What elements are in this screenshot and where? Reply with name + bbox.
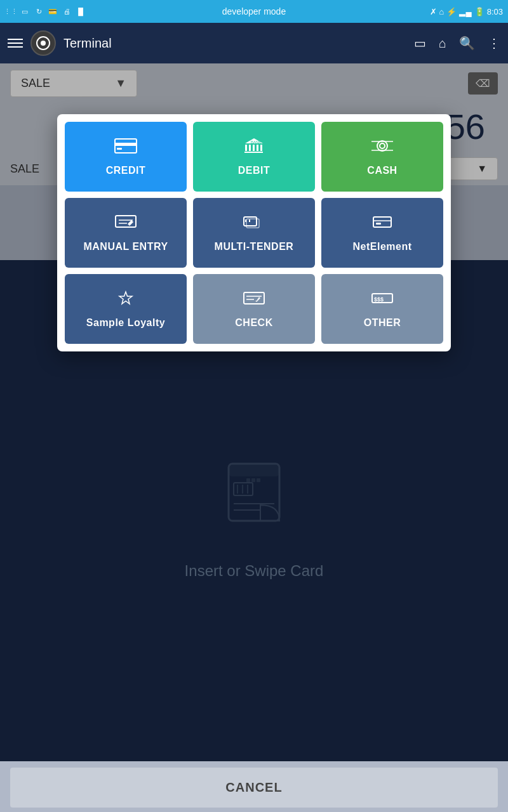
other-payment-button[interactable]: $$$ OTHER xyxy=(321,274,443,344)
check-payment-button[interactable]: CHECK xyxy=(193,274,315,344)
svg-rect-2 xyxy=(117,148,122,150)
netelement-label: NetElement xyxy=(352,241,411,252)
multi-tender-label: MULTI-TENDER xyxy=(215,241,294,252)
signal-icon: ✗ xyxy=(430,7,437,16)
bottom-content: CANCEL 🔒 DENNIS Powered by POYNT xyxy=(0,761,508,812)
status-bar-left: ⋮⋮ ▭ ↻ 💳 🖨 ▐▌ xyxy=(5,7,86,16)
refresh-icon: ↻ xyxy=(33,7,44,16)
wifi-icon: ⌂ xyxy=(439,7,444,16)
svg-rect-4 xyxy=(249,145,251,151)
svg-marker-25 xyxy=(119,292,132,304)
window-icon: ▭ xyxy=(19,7,30,16)
cash-payment-button[interactable]: CASH xyxy=(321,122,443,192)
credit-payment-button[interactable]: CREDIT xyxy=(65,122,187,192)
battery-icon: 🔋 xyxy=(474,7,485,16)
svg-rect-6 xyxy=(257,145,258,151)
developer-mode-label: developer mode xyxy=(222,6,286,16)
svg-rect-1 xyxy=(115,143,137,146)
modal-overlay: CREDIT BANK xyxy=(0,63,508,761)
svg-rect-3 xyxy=(245,145,247,151)
main-content: SALE ▼ ⌫ 56 SALE CREDIT ▼ xyxy=(0,63,508,761)
svg-text:BANK: BANK xyxy=(251,140,261,144)
search-icon[interactable]: 🔍 xyxy=(459,36,475,51)
credit-card-icon xyxy=(114,137,137,159)
manual-entry-icon xyxy=(114,213,137,235)
more-options-icon[interactable]: ⋮ xyxy=(488,36,500,51)
netelement-payment-button[interactable]: NetElement xyxy=(321,198,443,268)
check-label: CHECK xyxy=(235,317,272,329)
time-display: 8:03 xyxy=(487,7,503,16)
multi-tender-payment-button[interactable]: MULTI-TENDER xyxy=(193,198,315,268)
multi-tender-icon xyxy=(243,213,265,235)
home-icon[interactable]: ⌂ xyxy=(439,36,446,51)
credit-label: CREDIT xyxy=(106,165,146,176)
hamburger-menu-button[interactable] xyxy=(8,39,23,48)
window-toggle-icon[interactable]: ▭ xyxy=(414,36,426,51)
svg-rect-15 xyxy=(116,216,136,227)
debit-label: DEBIT xyxy=(238,165,271,176)
payment-selection-modal: CREDIT BANK xyxy=(57,114,451,351)
manual-entry-label: MANUAL ENTRY xyxy=(83,241,168,252)
svg-rect-20 xyxy=(245,219,246,222)
svg-point-12 xyxy=(380,143,385,148)
manual-entry-payment-button[interactable]: MANUAL ENTRY xyxy=(65,198,187,268)
svg-point-11 xyxy=(377,141,387,151)
payment-options-grid: CREDIT BANK xyxy=(65,122,443,344)
card-icon: 💳 xyxy=(47,7,58,16)
svg-rect-26 xyxy=(244,292,264,304)
svg-rect-21 xyxy=(249,219,250,222)
loyalty-label: Sample Loyalty xyxy=(86,317,165,329)
status-bar-right: ✗ ⌂ ⚡ ▂▄ 🔋 8:03 xyxy=(430,7,503,16)
cash-label: CASH xyxy=(367,165,397,176)
nav-actions: ▭ ⌂ 🔍 ⋮ xyxy=(414,36,500,51)
battery-charging-icon: ⚡ xyxy=(446,7,457,16)
nav-title: Terminal xyxy=(64,36,406,51)
svg-text:$$$: $$$ xyxy=(374,296,384,303)
app-logo xyxy=(30,30,56,56)
status-bar: ⋮⋮ ▭ ↻ 💳 🖨 ▐▌ developer mode ✗ ⌂ ⚡ ▂▄ 🔋 … xyxy=(0,0,508,23)
other-icon: $$$ xyxy=(371,289,394,311)
other-label: OTHER xyxy=(364,317,401,329)
barcode-icon: ▐▌ xyxy=(75,7,86,16)
debit-payment-button[interactable]: BANK DEBIT xyxy=(193,122,315,192)
svg-rect-22 xyxy=(373,217,391,227)
printer-icon: 🖨 xyxy=(61,7,72,16)
nav-bar: Terminal ▭ ⌂ 🔍 ⋮ xyxy=(0,23,508,63)
bank-icon: BANK xyxy=(243,137,265,159)
menu-icon: ⋮⋮ xyxy=(5,7,17,16)
svg-rect-9 xyxy=(244,152,263,153)
netelement-icon xyxy=(371,213,394,235)
svg-rect-5 xyxy=(253,145,255,151)
svg-rect-7 xyxy=(260,145,262,151)
cancel-section: CANCEL xyxy=(0,761,508,812)
loyalty-icon xyxy=(114,289,137,311)
check-icon xyxy=(243,289,265,311)
svg-rect-24 xyxy=(376,223,381,225)
loyalty-payment-button[interactable]: Sample Loyalty xyxy=(65,274,187,344)
signal-bars-icon: ▂▄ xyxy=(459,7,471,16)
cancel-button[interactable]: CANCEL xyxy=(10,768,498,808)
cash-icon xyxy=(371,137,394,159)
